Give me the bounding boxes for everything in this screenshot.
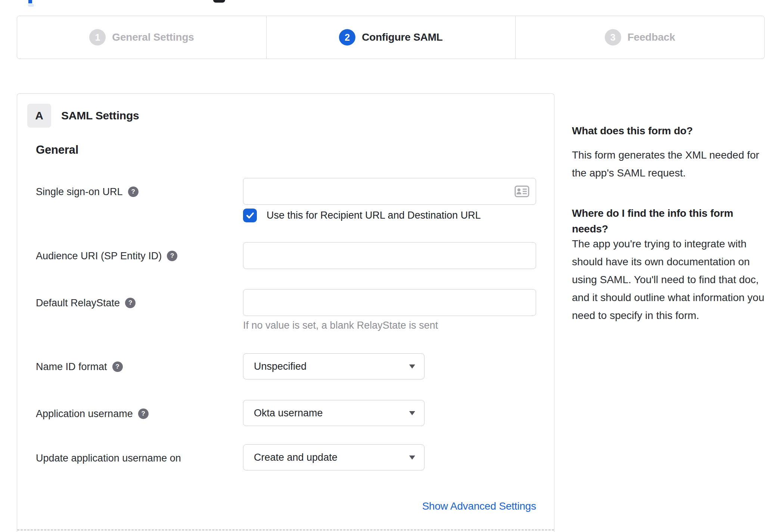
help-icon[interactable]: ? <box>138 409 149 419</box>
help-icon[interactable]: ? <box>128 187 139 197</box>
chevron-down-icon <box>409 364 415 369</box>
sidebar-heading-what: What does this form do? <box>572 123 768 139</box>
relaystate-hint: If no value is set, a blank RelayState i… <box>243 320 438 331</box>
application-username-value: Okta username <box>254 407 323 419</box>
name-id-format-value: Unspecified <box>254 361 307 372</box>
clipped-header-fragment-blue-faint <box>28 4 34 7</box>
clipped-header-fragment-blue <box>28 0 32 3</box>
sidebar-paragraph-where: The app you're trying to integrate with … <box>572 235 768 325</box>
saml-settings-card: A SAML Settings General Single sign-on U… <box>17 93 554 532</box>
name-id-format-label: Name ID format ? <box>36 361 123 373</box>
sidebar-paragraph-what: This form generates the XML needed for t… <box>572 146 768 182</box>
general-group-heading: General <box>36 143 78 157</box>
recipient-url-checkbox-label: Use this for Recipient URL and Destinati… <box>267 210 481 221</box>
clipped-header-logo-fragment <box>213 0 225 3</box>
help-icon[interactable]: ? <box>125 298 136 308</box>
step-2-number-badge: 2 <box>339 29 355 46</box>
application-username-label: Application username ? <box>36 408 149 420</box>
audience-uri-input[interactable] <box>243 242 536 269</box>
name-id-format-select[interactable]: Unspecified <box>243 353 424 379</box>
step-feedback[interactable]: 3 Feedback <box>515 16 764 59</box>
section-title: SAML Settings <box>61 109 139 122</box>
wizard-stepper: 1 General Settings 2 Configure SAML 3 Fe… <box>17 16 765 59</box>
default-relaystate-label: Default RelayState ? <box>36 297 136 309</box>
step-2-label: Configure SAML <box>362 31 443 43</box>
single-sign-on-url-label: Single sign-on URL ? <box>36 186 139 198</box>
help-icon[interactable]: ? <box>112 362 123 372</box>
help-icon[interactable]: ? <box>167 251 177 261</box>
use-for-recipient-url-checkbox[interactable] <box>243 209 257 222</box>
checkmark-icon <box>245 210 255 220</box>
recipient-url-checkbox-row: Use this for Recipient URL and Destinati… <box>243 208 481 223</box>
step-1-number-badge: 1 <box>89 29 106 46</box>
step-3-label: Feedback <box>628 31 675 43</box>
step-1-label: General Settings <box>112 31 194 43</box>
show-advanced-settings-link[interactable]: Show Advanced Settings <box>243 500 536 512</box>
step-general-settings[interactable]: 1 General Settings <box>17 16 266 59</box>
update-application-username-value: Create and update <box>254 452 337 463</box>
chevron-down-icon <box>409 456 415 460</box>
section-a-badge: A <box>27 104 51 128</box>
sidebar-heading-where: Where do I find the info this form needs… <box>572 206 768 237</box>
audience-uri-label: Audience URI (SP Entity ID) ? <box>36 250 177 262</box>
update-application-username-select[interactable]: Create and update <box>243 444 424 470</box>
update-application-username-label: Update application username on <box>36 453 181 464</box>
step-3-number-badge: 3 <box>605 29 621 46</box>
chevron-down-icon <box>409 411 415 415</box>
application-username-select[interactable]: Okta username <box>243 400 424 426</box>
single-sign-on-url-input[interactable] <box>243 178 536 205</box>
step-configure-saml[interactable]: 2 Configure SAML <box>266 16 515 59</box>
default-relaystate-input[interactable] <box>243 289 536 316</box>
section-dashed-divider <box>17 529 554 531</box>
configure-saml-page: 1 General Settings 2 Configure SAML 3 Fe… <box>0 0 781 532</box>
